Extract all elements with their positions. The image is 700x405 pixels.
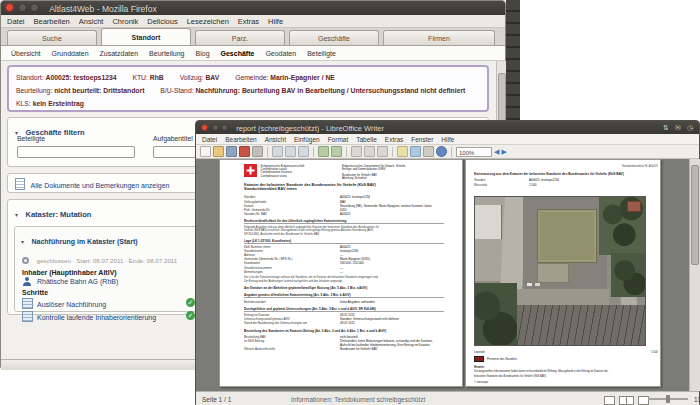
perimeter-legend-swatch xyxy=(474,356,484,362)
tab-parz[interactable]: Parz. xyxy=(195,30,285,45)
export-pdf-icon[interactable] xyxy=(239,146,250,157)
nachfuehrung-title: Nachführung im Kataster (Start) xyxy=(31,238,137,245)
navigator-icon[interactable] xyxy=(397,146,408,157)
writer-titlebar[interactable]: report (schreibgeschützt) - LibreOffice … xyxy=(196,121,699,134)
tab-standort[interactable]: Standort xyxy=(101,28,191,45)
hyperlink-icon[interactable] xyxy=(351,146,362,157)
close-button[interactable] xyxy=(201,124,208,131)
menu-fenster[interactable]: Fenster xyxy=(411,136,433,143)
section-header: Rechtsverbindlichkeit für den öffentlich… xyxy=(244,219,444,224)
subtab-geodaten[interactable]: Geodaten xyxy=(265,50,296,57)
minimize-button[interactable] xyxy=(18,3,27,12)
maximize-button[interactable] xyxy=(30,3,39,12)
zoom-icon[interactable] xyxy=(436,146,447,157)
zoom-combo[interactable]: 100% xyxy=(456,147,492,157)
maximize-button[interactable] xyxy=(221,124,228,131)
multi-page-view-icon[interactable] xyxy=(619,396,634,405)
find-icon[interactable] xyxy=(423,146,434,157)
menu-tabelle[interactable]: Tabelle xyxy=(356,136,377,143)
inhaber-row[interactable]: Rhätische Bahn AG (RhB) xyxy=(15,276,201,286)
menu-extras[interactable]: Extras xyxy=(238,17,259,26)
gemeinde-value: Marin-Epagnier / NE xyxy=(270,74,335,81)
menu-chronik[interactable]: Chronik xyxy=(112,17,138,26)
nachfuehrung-header[interactable]: ▾ Nachführung im Kataster (Start) xyxy=(15,227,201,248)
drawing-icon[interactable] xyxy=(377,146,388,157)
subtab-zusatzdaten[interactable]: Zusatzdaten xyxy=(100,50,139,57)
firefox-titlebar[interactable]: Altlast4Web - Mozilla Firefox xyxy=(1,1,505,15)
view-layout-icons xyxy=(604,396,651,405)
paste-icon[interactable] xyxy=(298,146,309,157)
menu-hilfe[interactable]: Hilfe xyxy=(268,17,283,26)
gear-icon xyxy=(22,257,29,264)
step-1-link[interactable]: Auslöser Nachführung xyxy=(37,301,106,308)
subtab-uebersicht[interactable]: Übersicht xyxy=(11,50,41,57)
field-row: Bemerkungen— xyxy=(244,269,444,273)
scrollbar-thumb[interactable] xyxy=(691,165,699,265)
menu-delicious[interactable]: Delicious xyxy=(147,17,177,26)
beteiligte-field-label: Beteiligte xyxy=(17,135,45,142)
menu-format[interactable]: Format xyxy=(328,136,349,143)
step-2-link[interactable]: Kontrolle laufende Inhaberorientierung xyxy=(37,314,156,321)
mail-indicator-icon[interactable]: ✉ xyxy=(675,124,681,131)
open-icon[interactable] xyxy=(213,146,224,157)
menu-bearbeiten[interactable]: Bearbeiten xyxy=(34,17,70,26)
clock-indicator-icon[interactable]: ◷ xyxy=(687,124,693,131)
menu-datei[interactable]: Datei xyxy=(7,17,25,26)
beteiligte-input[interactable] xyxy=(17,146,135,158)
documents-link[interactable]: Alle Dokumente und Bemerkungen anzeigen xyxy=(31,182,170,189)
cut-icon[interactable] xyxy=(272,146,283,157)
menu-einfuegen[interactable]: Einfügen xyxy=(294,136,320,143)
step-row-1[interactable]: Auslöser Nachführung ✓ xyxy=(15,296,201,309)
page1-content: Schweizerische Eidgenossenschaft Confédé… xyxy=(244,164,444,351)
tab-firmen[interactable]: Firmen xyxy=(383,30,495,45)
menu-ansicht[interactable]: Ansicht xyxy=(265,136,286,143)
ktu-label: KTU: xyxy=(132,74,147,81)
menu-lesezeichen[interactable]: Lesezeichen xyxy=(187,17,229,26)
zoom-percentage[interactable]: 110% xyxy=(694,396,700,403)
menu-bearbeiten[interactable]: Bearbeiten xyxy=(225,136,256,143)
inhaber-link[interactable]: Rhätische Bahn AG (RhB) xyxy=(37,278,118,285)
back-arrow-icon[interactable]: ◀ xyxy=(494,148,499,156)
menu-extras[interactable]: Extras xyxy=(385,136,403,143)
subtab-geschaefte[interactable]: Geschäfte xyxy=(221,50,255,57)
report-page-2: Standortdatenblatt Nr. A00025 Kartenausz… xyxy=(465,159,661,387)
zoom-slider[interactable] xyxy=(648,398,688,400)
legend-item-label: Perimeter des Standorts xyxy=(487,357,517,361)
network-indicator-icon[interactable]: ⇅ xyxy=(663,124,669,131)
close-button[interactable] xyxy=(5,3,14,12)
menu-datei[interactable]: Datei xyxy=(202,136,217,143)
page-indicator[interactable]: Seite 1 / 1 xyxy=(202,396,231,403)
confederation-lines: Schweizerische Eidgenossenschaft Confédé… xyxy=(261,164,305,177)
step-row-2[interactable]: Kontrolle laufende Inhaberorientierung ✓ xyxy=(15,309,201,322)
undo-icon[interactable] xyxy=(318,146,329,157)
vollzug-value: BAV xyxy=(205,74,219,81)
bu-stand-label: B/U-Stand: xyxy=(160,87,193,94)
subtab-beurteilung[interactable]: Beurteilung xyxy=(149,50,184,57)
print-icon[interactable] xyxy=(252,146,263,157)
single-page-view-icon[interactable] xyxy=(604,396,615,405)
forward-arrow-icon[interactable]: ▶ xyxy=(501,148,506,156)
redo-icon[interactable] xyxy=(331,146,342,157)
report-page-1: Schweizerische Eidgenossenschaft Confédé… xyxy=(219,159,463,387)
gallery-icon[interactable] xyxy=(410,146,421,157)
section-header: Beurteilung des Standortes im Kataster-E… xyxy=(244,329,444,333)
copy-icon[interactable] xyxy=(285,146,296,157)
writer-statusbar: Seite 1 / 1 Informationen: Textdokument … xyxy=(196,391,699,405)
table-icon[interactable] xyxy=(364,146,375,157)
subtab-beteiligte[interactable]: Beteiligte xyxy=(307,50,336,57)
book-view-icon[interactable] xyxy=(638,396,649,405)
tab-geschaefte[interactable]: Geschäfte xyxy=(289,30,379,45)
minimize-button[interactable] xyxy=(212,124,219,131)
save-icon[interactable] xyxy=(226,146,237,157)
subtab-blog[interactable]: Blog xyxy=(196,50,210,57)
subtab-grunddaten[interactable]: Grunddaten xyxy=(52,50,89,57)
menu-hilfe[interactable]: Hilfe xyxy=(441,136,454,143)
writer-scrollbar[interactable] xyxy=(689,159,700,391)
step-1-done-check-icon: ✓ xyxy=(186,298,195,307)
zoom-slider-knob[interactable] xyxy=(666,395,670,403)
tab-suche[interactable]: Suche xyxy=(7,30,97,45)
new-document-icon[interactable] xyxy=(200,146,211,157)
dock-panel-strip xyxy=(506,0,520,132)
menu-ansicht[interactable]: Ansicht xyxy=(79,17,104,26)
field-row: Stand der Bearbeitung der Untersuchungen… xyxy=(244,321,444,325)
